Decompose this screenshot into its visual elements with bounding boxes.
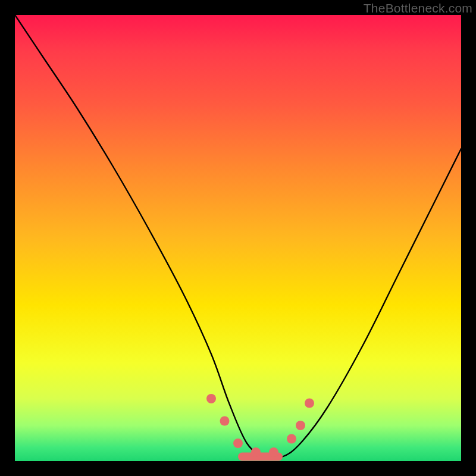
bottleneck-curve — [15, 15, 461, 458]
marker-dot — [287, 434, 296, 444]
marker-dot — [305, 399, 314, 408]
marker-dot — [220, 416, 230, 426]
marker-dot — [269, 447, 278, 457]
marker-dot — [251, 447, 261, 457]
marker-dot — [206, 394, 216, 403]
plot-area — [15, 15, 461, 461]
chart-frame: TheBottleneck.com — [0, 0, 476, 476]
marker-dot — [233, 439, 243, 448]
marker-dot — [296, 421, 305, 430]
attribution-label: TheBottleneck.com — [364, 1, 472, 15]
curve-svg — [15, 15, 461, 461]
marker-group — [206, 394, 314, 461]
